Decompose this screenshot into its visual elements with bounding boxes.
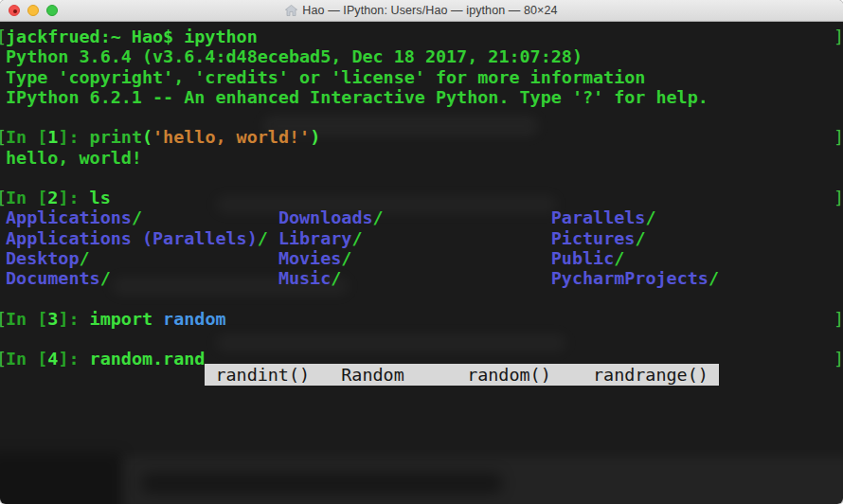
terminal-mark-right: ] — [834, 127, 843, 147]
in-prompt-number: 2 — [47, 188, 58, 207]
directory-name: Applications — [6, 207, 132, 227]
ls-command: ls — [90, 188, 111, 207]
directory-slash: / — [708, 268, 719, 288]
terminal-mark-left: [ — [0, 309, 7, 329]
directory-name: Documents — [6, 268, 100, 288]
directory-name: Public — [551, 248, 614, 268]
directory-name: Pictures — [551, 228, 636, 248]
terminal-line-ls-row: Applications (Parallels)/ Library/ Pictu… — [6, 228, 843, 248]
completion-item-random-class[interactable]: Random — [341, 364, 467, 386]
in-prompt: ]: — [58, 188, 89, 207]
typed-input: random.rand — [90, 349, 206, 369]
terminal-line-ipython-banner: IPython 6.2.1 -- An enhanced Interactive… — [6, 87, 843, 107]
terminal-line-ls-row: Desktop/ Movies/ Public/ — [6, 248, 843, 268]
terminal-line-blank — [6, 329, 843, 349]
spacer — [351, 248, 550, 268]
directory-slash: / — [373, 207, 384, 227]
terminal-mark-left: [ — [0, 127, 7, 147]
background-bleed — [121, 456, 843, 504]
terminal-line-hello-output: hello, world! — [6, 148, 843, 168]
in-prompt: In [ — [6, 309, 47, 329]
spacer — [384, 207, 551, 227]
terminal-mark-left: [ — [0, 188, 7, 207]
directory-slash: / — [331, 268, 341, 288]
shell-prompt-command: jackfrued:~ Hao$ ipython — [6, 27, 258, 46]
terminal-mark-left: [ — [0, 349, 7, 369]
close-paren: ) — [310, 127, 320, 147]
in-prompt: In [ — [6, 127, 47, 147]
print-function: print — [90, 127, 142, 147]
spacer — [142, 207, 278, 227]
directory-name: Desktop — [6, 248, 80, 268]
module-name: random — [163, 309, 225, 329]
traffic-lights — [9, 0, 58, 21]
terminal-line-ls-row: Applications/ Downloads/ Parallels/ — [6, 207, 843, 227]
terminal-screen[interactable]: [jackfrued:~ Hao$ ipython] Python 3.6.4 … — [0, 22, 843, 504]
completion-item-randint[interactable]: randint() — [215, 364, 341, 386]
output-text: Type 'copyright', 'credits' or 'license'… — [6, 67, 645, 87]
terminal-mark-right: ] — [834, 27, 843, 46]
window-title: Hao — IPython: Users/Hao — ipython — 80×… — [302, 4, 557, 17]
spacer — [268, 228, 278, 248]
terminal-line-in3: [In [3]: import random] — [6, 309, 843, 329]
terminal-mark-right: ] — [834, 349, 843, 369]
in-prompt: In [ — [6, 349, 47, 369]
minimize-button[interactable] — [27, 5, 39, 16]
directory-name: Movies — [278, 248, 341, 268]
directory-slash: / — [80, 248, 90, 268]
spacer — [362, 228, 550, 248]
terminal-line-blank — [6, 107, 843, 127]
directory-slash: / — [351, 228, 362, 248]
terminal-line-in1: [In [1]: print('hello, world!')] — [6, 127, 843, 147]
terminal-mark-right: ] — [834, 309, 843, 329]
terminal-mark-left: [ — [0, 27, 7, 46]
directory-slash: / — [614, 248, 624, 268]
in-prompt-number: 1 — [47, 127, 58, 147]
directory-name: Library — [278, 228, 352, 248]
directory-name: Applications (Parallels) — [6, 228, 258, 248]
terminal-line-completion: randint()Randomrandom()randrange() — [6, 369, 843, 388]
directory-name: PycharmProjects — [551, 268, 708, 288]
spacer — [111, 268, 278, 288]
close-button[interactable] — [9, 5, 20, 16]
terminal-line-ls-row: Documents/ Music/ PycharmProjects/ — [6, 268, 843, 288]
directory-name: Downloads — [278, 207, 373, 227]
in-prompt: ]: — [58, 127, 89, 147]
terminal-line-blank — [6, 168, 843, 188]
directory-slash: / — [341, 248, 351, 268]
terminal-window: Hao — IPython: Users/Hao — ipython — 80×… — [0, 0, 843, 504]
output-text: hello, world! — [6, 148, 142, 168]
spacer — [341, 268, 550, 288]
spacer — [90, 248, 278, 268]
background-bleed — [0, 453, 121, 504]
output-text: Python 3.6.4 (v3.6.4:d48ecebad5, Dec 18 … — [6, 46, 583, 66]
output-text: IPython 6.2.1 -- An enhanced Interactive… — [6, 87, 708, 107]
completion-item-random-func[interactable]: random() — [467, 364, 593, 386]
window-titlebar[interactable]: Hao — IPython: Users/Hao — ipython — 80×… — [0, 0, 843, 22]
terminal-line-python-version: Python 3.6.4 (v3.6.4:d48ecebad5, Dec 18 … — [6, 46, 843, 66]
in-prompt-number: 3 — [47, 309, 58, 329]
string-literal: 'hello, world!' — [152, 127, 310, 147]
in-prompt: ]: — [58, 349, 89, 369]
background-bleed — [142, 473, 502, 494]
directory-slash: / — [100, 268, 111, 288]
directory-slash: / — [258, 228, 268, 248]
autocomplete-menu: randint()Randomrandom()randrange() — [205, 364, 718, 386]
directory-slash: / — [132, 207, 142, 227]
home-folder-icon — [285, 5, 297, 16]
import-keyword: import — [90, 309, 164, 329]
directory-slash: / — [635, 228, 645, 248]
directory-slash: / — [645, 207, 655, 227]
terminal-line-blank — [6, 288, 843, 308]
terminal-mark-right: ] — [834, 188, 843, 207]
open-paren: ( — [142, 127, 152, 147]
completion-item-randrange[interactable]: randrange() — [593, 364, 708, 386]
zoom-button[interactable] — [46, 5, 58, 16]
in-prompt: ]: — [58, 309, 89, 329]
window-title-group: Hao — IPython: Users/Hao — ipython — 80×… — [285, 4, 557, 17]
terminal-line-shell-prompt: [jackfrued:~ Hao$ ipython] — [6, 27, 843, 46]
in-prompt: In [ — [6, 188, 47, 207]
directory-name: Music — [278, 268, 331, 288]
directory-name: Parallels — [551, 207, 646, 227]
terminal-line-in2: [In [2]: ls] — [6, 188, 843, 207]
